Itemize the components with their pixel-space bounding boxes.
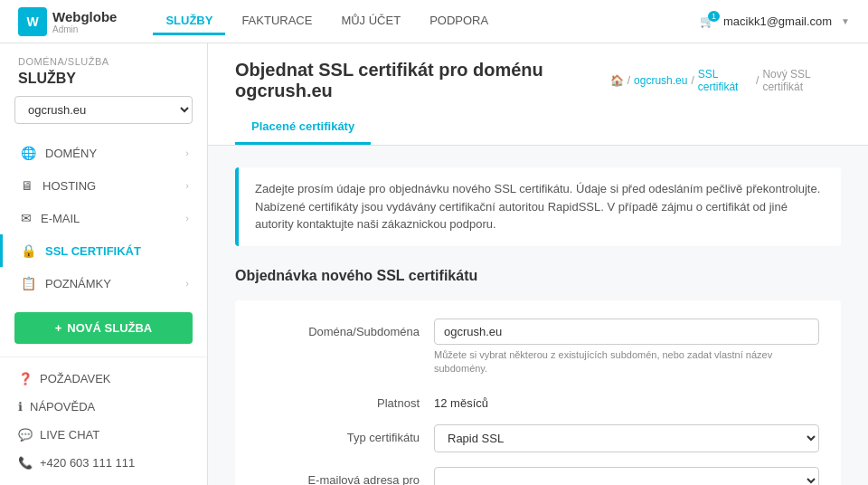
form-row-cert-type: Typ certifikátu Rapid SSL xyxy=(257,424,819,452)
sidebar-item-poznamky[interactable]: POZNÁMKY › xyxy=(0,267,207,300)
logo: W Webglobe Admin xyxy=(18,7,117,36)
sidebar-service-label: Doména/Služba xyxy=(0,43,207,71)
form-row-email-confirm: E-mailová adresa pro potvrzení Vyberte s… xyxy=(257,467,819,485)
sidebar-item-label: POZNÁMKY xyxy=(45,277,111,290)
shield-icon xyxy=(21,243,36,258)
new-service-button[interactable]: NOVÁ SLUŽBA xyxy=(14,312,193,344)
nav-item-podpora[interactable]: PODPORA xyxy=(417,8,501,35)
user-menu[interactable]: macikk1@gmail.com xyxy=(723,14,832,28)
form-row-domain: Doména/Subdoména Můžete si vybrat někter… xyxy=(257,319,819,376)
question-icon xyxy=(18,372,33,385)
topnav: W Webglobe Admin SLUŽBY FAKTURACE MŮJ ÚČ… xyxy=(0,0,868,43)
tabs: Placené certifikáty xyxy=(235,110,841,145)
main-header: Objednat SSL certifikát pro doménu ogcru… xyxy=(208,43,868,146)
brand-name: Webglobe xyxy=(52,9,117,24)
cert-type-select[interactable]: Rapid SSL xyxy=(434,424,819,452)
chevron-right-icon: › xyxy=(185,180,189,191)
chevron-right-icon: › xyxy=(185,278,189,289)
page-title: Objednat SSL certifikát pro doménu ogcru… xyxy=(235,60,610,101)
logo-icon: W xyxy=(18,7,47,36)
validity-value: 12 měsíců xyxy=(434,390,819,410)
label-domain: Doména/Subdoména xyxy=(257,319,420,338)
email-confirm-select[interactable] xyxy=(434,467,819,485)
sidebar: Doména/Služba SLUŽBY ogcrush.eu DOMÉNY ›… xyxy=(0,43,208,485)
field-email-confirm: Vyberte si email, na který Vám zvolená c… xyxy=(434,467,819,485)
nav-item-muj-ucet[interactable]: MŮJ ÚČET xyxy=(328,8,413,35)
label-email-confirm: E-mailová adresa pro potvrzení xyxy=(257,467,420,485)
tab-placene-certifikaty[interactable]: Placené certifikáty xyxy=(235,110,371,145)
topnav-right: 1 macikk1@gmail.com ▼ xyxy=(700,14,850,28)
layout: Doména/Služba SLUŽBY ogcrush.eu DOMÉNY ›… xyxy=(0,43,868,485)
sidebar-live-chat[interactable]: LIVE CHAT xyxy=(0,421,207,449)
main-content: Objednat SSL certifikát pro doménu ogcru… xyxy=(208,43,868,485)
sidebar-item-label: E-MAIL xyxy=(41,212,80,225)
section1-title: Objednávka nového SSL certifikátu xyxy=(235,268,841,284)
sidebar-helpdesk[interactable]: HELPDESK@WEBGLOBE.CZ xyxy=(0,477,207,485)
server-icon xyxy=(21,178,33,193)
field-cert-type: Rapid SSL xyxy=(434,424,819,452)
info-icon xyxy=(18,400,23,414)
sidebar-item-email[interactable]: E-MAIL › xyxy=(0,202,207,234)
breadcrumb-home-icon xyxy=(610,74,624,87)
domain-hint: Můžete si vybrat některou z existujících… xyxy=(434,348,819,376)
sidebar-item-ssl[interactable]: SSL CERTIFIKÁT xyxy=(0,234,207,267)
breadcrumb-link-ssl[interactable]: SSL certifikát xyxy=(698,68,752,93)
field-domain: Můžete si vybrat některou z existujících… xyxy=(434,319,819,376)
sidebar-phone[interactable]: +420 603 111 111 xyxy=(0,449,207,477)
nav-item-fakturace[interactable]: FAKTURACE xyxy=(229,8,325,35)
cart-badge: 1 xyxy=(708,11,720,22)
topnav-menu: SLUŽBY FAKTURACE MŮJ ÚČET PODPORA xyxy=(153,8,700,35)
plus-icon xyxy=(55,321,62,335)
cart-button[interactable]: 1 xyxy=(700,14,714,28)
sidebar-item-domeny[interactable]: DOMÉNY › xyxy=(0,137,207,169)
sidebar-item-label: HOSTING xyxy=(42,179,96,193)
phone-icon xyxy=(18,456,33,470)
info-box: Zadejte prosím údaje pro objednávku nové… xyxy=(235,167,841,246)
globe-icon xyxy=(21,146,36,160)
sidebar-item-label: SSL CERTIFIKÁT xyxy=(45,244,141,258)
nav-item-sluzby[interactable]: SLUŽBY xyxy=(153,8,225,35)
breadcrumb-domain: / xyxy=(627,74,630,87)
user-dropdown-icon[interactable]: ▼ xyxy=(841,16,850,26)
breadcrumb-current: Nový SSL certifikát xyxy=(762,68,841,93)
breadcrumb: / ogcrush.eu / SSL certifikát / Nový SSL… xyxy=(610,68,841,93)
brand-sub: Admin xyxy=(52,24,117,34)
label-validity: Platnost xyxy=(257,390,420,410)
sidebar-domain-select[interactable]: ogcrush.eu xyxy=(14,96,193,124)
sidebar-item-hosting[interactable]: HOSTING › xyxy=(0,169,207,202)
form-section1: Doména/Subdoména Můžete si vybrat někter… xyxy=(235,300,841,486)
sidebar-napoveda[interactable]: NÁPOVĚDA xyxy=(0,393,207,421)
chevron-right-icon: › xyxy=(185,147,189,158)
domain-input[interactable] xyxy=(434,319,819,345)
note-icon xyxy=(21,276,36,290)
form-row-validity: Platnost 12 měsíců xyxy=(257,390,819,410)
chevron-right-icon: › xyxy=(185,213,189,223)
sidebar-item-label: DOMÉNY xyxy=(45,147,97,160)
sidebar-bottom: POŽADAVEK NÁPOVĚDA LIVE CHAT +420 603 11… xyxy=(0,357,207,485)
sidebar-title: SLUŽBY xyxy=(0,71,207,96)
breadcrumb-link-domain[interactable]: ogcrush.eu xyxy=(634,74,687,87)
sidebar-pozadavek[interactable]: POŽADAVEK xyxy=(0,365,207,393)
mail-icon xyxy=(21,211,32,225)
label-cert-type: Typ certifikátu xyxy=(257,424,420,444)
chat-icon xyxy=(18,428,33,442)
content-area: Zadejte prosím údaje pro objednávku nové… xyxy=(208,146,868,485)
